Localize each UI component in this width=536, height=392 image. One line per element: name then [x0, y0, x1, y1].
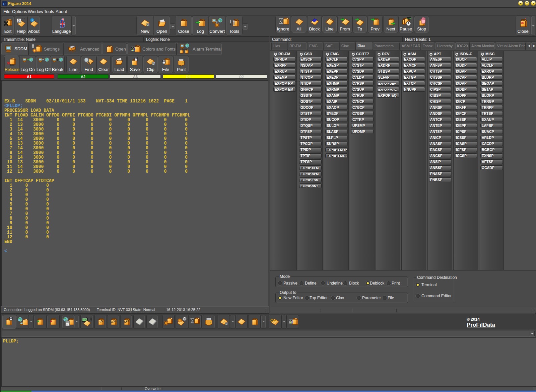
svg-text:1:10: 1:10	[406, 17, 411, 20]
svg-text:F: F	[3, 1, 6, 6]
